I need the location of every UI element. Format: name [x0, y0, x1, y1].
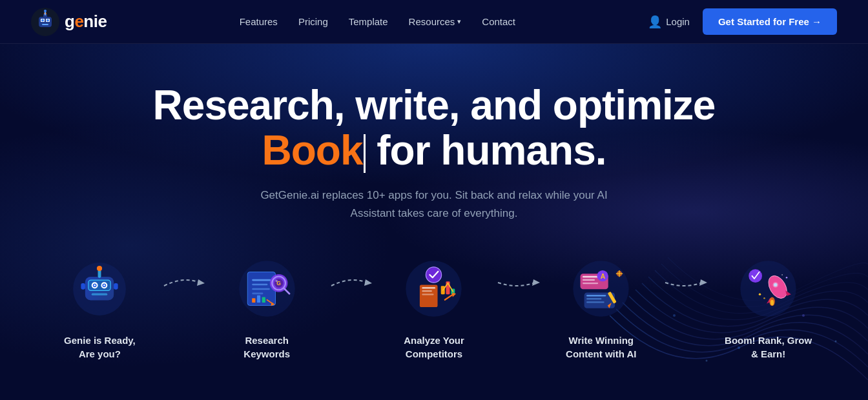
svg-rect-27	[92, 293, 108, 295]
arrow-3	[495, 254, 540, 292]
svg-marker-77	[699, 279, 707, 286]
step-4-label: Write WinningContent with AI	[566, 334, 636, 361]
step-5-icon	[733, 254, 804, 325]
step-2-icon: G	[231, 254, 302, 325]
svg-rect-65	[583, 276, 599, 278]
svg-rect-72	[586, 299, 601, 300]
svg-point-90	[786, 277, 788, 279]
steps-row: Genie is Ready,Are you?	[13, 254, 855, 361]
svg-text:A: A	[601, 273, 606, 280]
step-1-label: Genie is Ready,Are you?	[64, 334, 136, 361]
research-icon: G	[236, 258, 298, 319]
login-button[interactable]: 👤 Login	[648, 15, 690, 29]
svg-rect-1	[39, 17, 52, 27]
svg-rect-39	[252, 293, 263, 295]
nav-links: Features Pricing Template Resources ▾ Co…	[240, 16, 515, 28]
get-started-button[interactable]: Get Started for Free →	[703, 8, 837, 35]
svg-rect-67	[583, 283, 598, 284]
step-3-icon	[398, 254, 470, 325]
svg-rect-56	[422, 290, 433, 292]
step-3-label: Analyze YourCompetitors	[404, 334, 464, 361]
svg-rect-31	[114, 283, 118, 290]
svg-point-29	[97, 266, 102, 271]
svg-point-91	[781, 274, 783, 275]
step-4-content: A Write WinningContent with AI	[540, 254, 662, 361]
svg-rect-37	[252, 284, 267, 286]
svg-point-88	[759, 294, 761, 295]
step-5-label: Boom! Rank, Grow& Earn!	[725, 334, 812, 361]
write-icon: A	[570, 258, 632, 319]
nav-item-resources[interactable]: Resources ▾	[409, 16, 462, 27]
svg-marker-32	[197, 279, 205, 286]
user-icon: 👤	[648, 15, 662, 29]
dashed-arrow-1	[161, 273, 206, 292]
svg-rect-30	[81, 283, 86, 290]
hero-highlight-word: Book	[262, 127, 362, 174]
svg-point-25	[94, 285, 96, 286]
hero-subtitle: GetGenie.ai replaces 10+ apps for you. S…	[253, 186, 615, 223]
logo-icon	[31, 8, 59, 36]
rocket-icon	[738, 258, 799, 319]
svg-point-79	[749, 270, 762, 283]
robot-icon	[70, 260, 129, 318]
nav-item-pricing[interactable]: Pricing	[298, 16, 328, 28]
logo-text: genie	[65, 12, 107, 32]
navbar: genie Features Pricing Template Resource…	[0, 0, 868, 44]
svg-marker-50	[364, 279, 372, 286]
nav-actions: 👤 Login Get Started for Free →	[648, 8, 837, 35]
nav-item-features[interactable]: Features	[240, 16, 278, 28]
svg-rect-40	[252, 299, 255, 303]
svg-text:G: G	[276, 281, 281, 287]
arrow-2	[328, 254, 373, 292]
dashed-arrow-4	[662, 273, 707, 292]
arrow-1	[161, 254, 206, 292]
step-1-icon	[64, 254, 135, 325]
svg-point-10	[44, 10, 46, 12]
nav-item-contact[interactable]: Contact	[482, 16, 515, 28]
chevron-down-icon: ▾	[457, 17, 461, 26]
svg-rect-41	[257, 295, 260, 303]
step-4-icon: A	[566, 254, 637, 325]
svg-point-4	[41, 19, 44, 21]
svg-rect-55	[422, 287, 436, 289]
logo[interactable]: genie	[31, 8, 107, 36]
svg-rect-6	[42, 24, 48, 25]
svg-rect-73	[586, 302, 604, 303]
hero-title: Research, write, and optimize Book for h…	[143, 83, 725, 174]
svg-point-83	[774, 283, 777, 286]
svg-rect-38	[252, 288, 270, 290]
svg-rect-36	[252, 279, 271, 281]
svg-rect-71	[586, 295, 606, 297]
step-2-keywords: G ResearchKeywords	[206, 254, 328, 361]
step-5-rank: Boom! Rank, Grow& Earn!	[707, 254, 829, 361]
svg-point-87	[770, 300, 774, 306]
step-3-competitors: Analyze YourCompetitors	[373, 254, 495, 361]
dashed-arrow-3	[495, 273, 540, 292]
nav-item-template[interactable]: Template	[349, 16, 388, 28]
svg-rect-57	[422, 294, 434, 295]
arrow-4	[662, 254, 707, 292]
svg-marker-62	[532, 279, 540, 286]
svg-point-78	[740, 261, 796, 317]
svg-point-89	[763, 297, 765, 299]
svg-rect-42	[262, 297, 265, 303]
dashed-arrow-2	[328, 273, 373, 292]
step-1-ready: Genie is Ready,Are you?	[39, 254, 161, 361]
svg-point-5	[46, 19, 49, 21]
analyze-icon	[403, 258, 464, 319]
svg-point-26	[104, 285, 105, 286]
step-2-label: ResearchKeywords	[243, 334, 290, 361]
hero-section: Research, write, and optimize Book for h…	[0, 44, 868, 380]
svg-rect-66	[583, 279, 595, 281]
